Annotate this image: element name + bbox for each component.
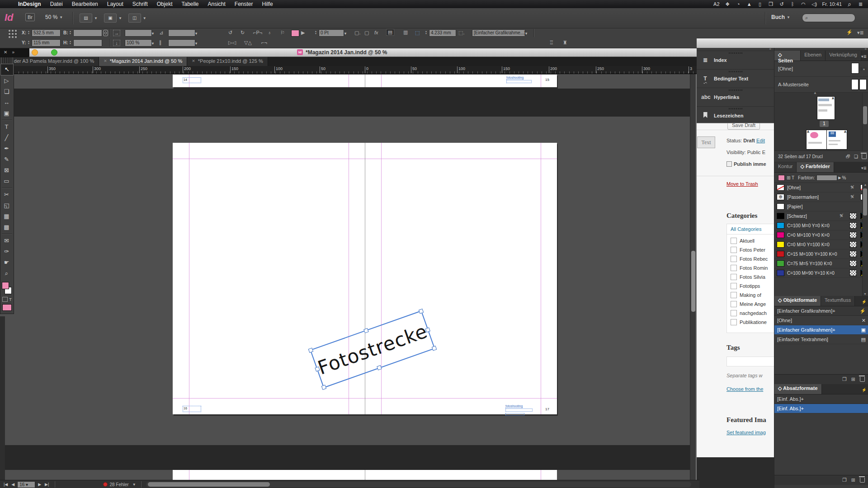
- page-1-thumbnail[interactable]: A: [817, 96, 835, 120]
- share-icon[interactable]: ❒: [768, 1, 774, 7]
- swatch-row[interactable]: C=15 M=100 Y=100 K=0: [774, 249, 868, 259]
- arrange-documents-button[interactable]: ◫▼: [128, 14, 146, 23]
- bridge-button[interactable]: Br: [25, 13, 35, 21]
- set-featured-image-link[interactable]: Set featured imag: [726, 430, 766, 435]
- screen-mode-button[interactable]: ▣▼: [104, 14, 122, 23]
- corner-options-icon[interactable]: ▢.: [354, 30, 360, 36]
- dock-button-index[interactable]: ≣Index: [697, 51, 774, 70]
- free-transform-tool[interactable]: ◱: [0, 200, 13, 211]
- para-new-style-icon[interactable]: ⊞: [851, 477, 855, 483]
- formatting-text-icon[interactable]: T: [9, 297, 12, 302]
- scale-y-field[interactable]: [168, 39, 195, 47]
- note-tool[interactable]: ✉: [0, 235, 13, 246]
- width-field[interactable]: [73, 29, 102, 37]
- workspace-switcher[interactable]: Buch▼: [771, 14, 790, 20]
- delete-para-style-icon[interactable]: [860, 478, 865, 483]
- height-field[interactable]: [73, 39, 102, 47]
- move-to-trash-link[interactable]: Move to Trash: [726, 181, 758, 187]
- tags-input[interactable]: [726, 357, 774, 366]
- category-checkbox[interactable]: [731, 274, 737, 280]
- master-a-row[interactable]: A-Musterseite: [774, 77, 868, 93]
- status-edit-link[interactable]: Edit: [756, 138, 765, 143]
- delete-page-icon[interactable]: [862, 154, 867, 159]
- constrain-proportions-icon[interactable]: [103, 30, 108, 36]
- shear-angle-field[interactable]: [168, 29, 195, 37]
- tab-verknüpfung[interactable]: Verknüpfung: [826, 51, 861, 61]
- next-page-button[interactable]: ▶: [37, 482, 42, 487]
- dock-button-bedingter-text[interactable]: TBedingter Text: [697, 70, 774, 88]
- first-page-button[interactable]: |◀: [3, 482, 9, 487]
- page-number-frame-14[interactable]: 14: [183, 77, 201, 83]
- pen-tool[interactable]: ✒: [0, 143, 13, 154]
- gradient-tool[interactable]: ▦: [0, 211, 13, 222]
- notification-center-icon[interactable]: ≣: [858, 1, 863, 7]
- document-tab[interactable]: alender A3 Pamela Mayer.indd @ 100 %: [0, 56, 99, 66]
- category-item[interactable]: Fototipps: [727, 282, 774, 291]
- volume-icon[interactable]: ◁): [811, 1, 817, 7]
- scale-x-field[interactable]: 100 %: [125, 39, 152, 47]
- document-tab[interactable]: ✕*Magazin 2014 Jan.indd @ 50 %: [99, 56, 187, 66]
- object-style-row[interactable]: [Einfacher Grafikrahmen]+▣: [774, 325, 868, 335]
- search-input[interactable]: ⌕: [802, 14, 855, 22]
- category-item[interactable]: Fotos Peter: [727, 245, 774, 254]
- swatches-scrollbar[interactable]: ▲▼: [862, 183, 868, 296]
- visibility-row[interactable]: Visibility: Public E: [726, 150, 765, 155]
- stroke-weight-field[interactable]: 0 Pt: [319, 29, 344, 37]
- paragraph-styles-quick-apply-icon[interactable]: ⚡: [862, 388, 868, 394]
- fill-proxy-chip[interactable]: [778, 175, 785, 181]
- content-collector-tool[interactable]: ▣: [0, 108, 13, 119]
- creative-cloud-icon[interactable]: ◔: [736, 1, 741, 7]
- wrap-on-icon[interactable]: ▥: [403, 29, 408, 35]
- bluetooth-icon[interactable]: ᛒ: [790, 1, 796, 7]
- tint-flyout[interactable]: ▶: [838, 176, 841, 180]
- shear-icon[interactable]: ⊿: [159, 30, 163, 36]
- text-proxy-icon[interactable]: ⊞ T: [787, 175, 794, 180]
- zoom-button[interactable]: [51, 49, 57, 56]
- selection-tool[interactable]: ↖: [0, 64, 14, 75]
- object-style-row[interactable]: [Ohne]✕: [774, 316, 868, 325]
- swatch-row[interactable]: C=0 M=100 Y=0 K=0: [774, 230, 868, 240]
- vlc-cone-icon[interactable]: ▲: [746, 1, 752, 7]
- pages-scrollbar[interactable]: [862, 93, 868, 150]
- move-icon[interactable]: →: [113, 30, 120, 36]
- choose-from-tags-link[interactable]: Choose from the: [726, 386, 763, 392]
- hand-tool[interactable]: ☛: [0, 257, 13, 268]
- tab-close-icon[interactable]: ✕: [104, 56, 107, 66]
- quick-apply-icon[interactable]: ⚡: [846, 29, 853, 35]
- page-3-thumbnail[interactable]: A 88: [826, 130, 847, 150]
- category-item[interactable]: Meine Ange: [727, 300, 774, 309]
- frame-handle-nw[interactable]: [308, 347, 313, 352]
- corner-shape-icon[interactable]: ▢: [364, 30, 369, 36]
- window-title-bar[interactable]: Id *Magazin 2014 Jan.indd @ 50 %: [0, 48, 697, 57]
- tint-slider[interactable]: [816, 175, 837, 181]
- rectangle-tool[interactable]: ▭: [0, 176, 13, 187]
- category-checkbox[interactable]: [731, 238, 737, 244]
- swatch-row[interactable]: C=100 M=90 Y=10 K=0: [774, 268, 868, 278]
- device-icon[interactable]: ▯: [757, 1, 763, 7]
- minimize-button[interactable]: [32, 49, 38, 56]
- horizontal-scrollbar-thumb[interactable]: [148, 482, 270, 487]
- master-none-row[interactable]: [Ohne] ▲: [774, 61, 868, 77]
- apply-color-button[interactable]: [2, 304, 12, 311]
- flip-vertical-icon[interactable]: ▽△: [244, 40, 252, 46]
- category-item[interactable]: Fotos Silvia: [727, 272, 774, 282]
- new-page-icon[interactable]: ❏: [854, 154, 858, 159]
- spotlight-icon[interactable]: ⌕: [847, 0, 853, 8]
- category-item[interactable]: nachgedach: [727, 309, 774, 318]
- select-content-icon[interactable]: ⚐: [280, 30, 285, 36]
- paragraph-style-row[interactable]: [Einf. Abs.]+: [774, 404, 868, 413]
- clear-transform-icon[interactable]: ⌐¬: [261, 40, 267, 45]
- menu-hilfe[interactable]: Hilfe: [258, 1, 278, 7]
- menu-ansicht[interactable]: Ansicht: [203, 1, 230, 7]
- object-style-dropdown[interactable]: [Einfacher Grafikrahme...]: [472, 29, 525, 37]
- dock-button-hyperlinks[interactable]: abcHyperlinks: [697, 88, 774, 107]
- tools-close-icon[interactable]: ✕: [4, 50, 7, 55]
- flip-icon[interactable]: ⌐P¬: [253, 30, 262, 35]
- page-2-thumbnail[interactable]: A: [806, 130, 827, 150]
- mini-text-frame-top[interactable]: fotoshooting: [506, 76, 532, 84]
- tab-objektformate[interactable]: ◇ Objektformate: [774, 296, 821, 306]
- all-categories-tab[interactable]: All Categories: [727, 224, 774, 235]
- fill-flyout-arrow[interactable]: ▶: [301, 30, 305, 36]
- tab-close-icon[interactable]: ✕: [192, 56, 195, 66]
- time-machine-icon[interactable]: ↺: [779, 1, 785, 7]
